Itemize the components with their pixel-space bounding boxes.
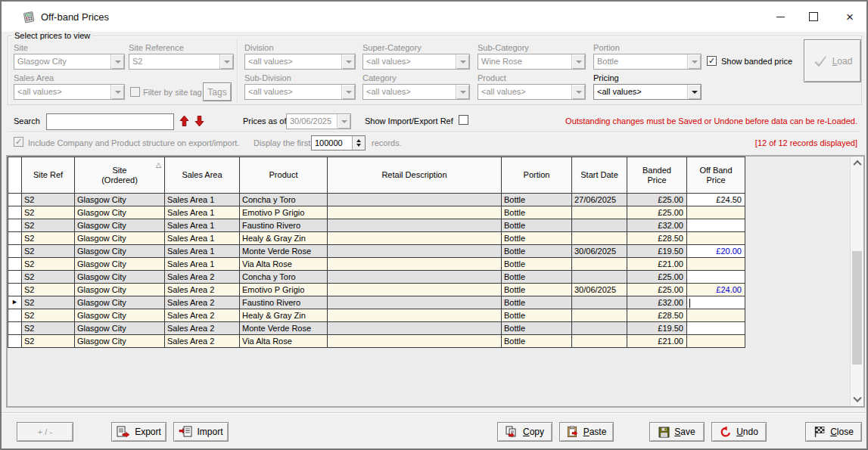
table-row[interactable]: S2Glasgow CitySales Area 2Monte Verde Ro… bbox=[8, 322, 745, 335]
cell-site[interactable]: Glasgow City bbox=[75, 271, 165, 284]
cell-start_date[interactable]: 27/06/2025 bbox=[572, 194, 627, 206]
cell-gutter[interactable] bbox=[8, 245, 22, 258]
cell-banded_price[interactable]: £25.00 bbox=[627, 206, 687, 219]
cell-off_band_price[interactable]: £24.00 bbox=[687, 284, 745, 296]
save-button[interactable]: Save bbox=[649, 422, 705, 442]
minimize-button[interactable] bbox=[767, 5, 793, 28]
cell-sales_area[interactable]: Sales Area 1 bbox=[165, 245, 240, 258]
cell-gutter[interactable] bbox=[8, 335, 22, 348]
cell-site_ref[interactable]: S2 bbox=[22, 284, 75, 296]
show-banded-price-checkbox[interactable] bbox=[707, 56, 717, 66]
cell-product[interactable]: Concha y Toro bbox=[240, 194, 328, 206]
cell-portion[interactable]: Bottle bbox=[502, 219, 572, 232]
cell-start_date[interactable] bbox=[572, 206, 627, 219]
cell-banded_price[interactable]: £19.50 bbox=[627, 245, 687, 258]
table-row[interactable]: S2Glasgow CitySales Area 2Via Alta RoseB… bbox=[8, 335, 745, 348]
cell-site[interactable]: Glasgow City bbox=[75, 245, 165, 258]
cell-banded_price[interactable]: £28.50 bbox=[627, 232, 687, 245]
sales-area-select[interactable]: <all values> bbox=[14, 84, 125, 100]
cell-start_date[interactable] bbox=[572, 309, 627, 322]
cell-portion[interactable]: Bottle bbox=[502, 322, 572, 335]
cell-start_date[interactable] bbox=[572, 271, 627, 284]
cell-off_band_price[interactable] bbox=[687, 309, 745, 322]
cell-off_band_price[interactable] bbox=[687, 296, 745, 309]
cell-gutter[interactable] bbox=[8, 309, 22, 322]
site-reference-select[interactable]: S2 bbox=[129, 54, 234, 70]
column-header-portion[interactable]: Portion bbox=[502, 157, 572, 194]
vertical-scrollbar[interactable] bbox=[850, 157, 863, 406]
add-remove-button[interactable]: + / - bbox=[17, 422, 73, 442]
cell-portion[interactable]: Bottle bbox=[502, 232, 572, 245]
column-header-site_ref[interactable]: Site Ref bbox=[22, 157, 75, 194]
cell-site[interactable]: Glasgow City bbox=[75, 232, 165, 245]
cell-product[interactable]: Monte Verde Rose bbox=[240, 322, 328, 335]
portion-select[interactable]: Bottle bbox=[593, 54, 702, 70]
cell-start_date[interactable] bbox=[572, 335, 627, 348]
cell-sales_area[interactable]: Sales Area 1 bbox=[165, 219, 240, 232]
cell-banded_price[interactable]: £32.00 bbox=[627, 296, 687, 309]
column-header-banded_price[interactable]: Banded Price bbox=[627, 157, 687, 194]
cell-banded_price[interactable]: £28.50 bbox=[627, 309, 687, 322]
scrollbar-thumb[interactable] bbox=[852, 251, 862, 365]
cell-off_band_price[interactable] bbox=[687, 258, 745, 271]
cell-site_ref[interactable]: S2 bbox=[22, 232, 75, 245]
cell-site[interactable]: Glasgow City bbox=[75, 258, 165, 271]
cell-banded_price[interactable]: £25.00 bbox=[627, 271, 687, 284]
cell-off_band_price[interactable] bbox=[687, 271, 745, 284]
cell-product[interactable]: Monte Verde Rose bbox=[240, 245, 328, 258]
cell-product[interactable]: Concha y Toro bbox=[240, 271, 328, 284]
cell-retail_description[interactable] bbox=[328, 258, 502, 271]
category-select[interactable]: <all values> bbox=[362, 84, 470, 100]
table-row[interactable]: S2Glasgow CitySales Area 1Via Alta RoseB… bbox=[8, 258, 745, 271]
paste-button[interactable]: Paste bbox=[559, 422, 614, 442]
cell-portion[interactable]: Bottle bbox=[502, 206, 572, 219]
cell-portion[interactable]: Bottle bbox=[502, 271, 572, 284]
spinner-up-down-buttons[interactable] bbox=[352, 136, 365, 150]
cell-gutter[interactable] bbox=[8, 322, 22, 335]
cell-portion[interactable]: Bottle bbox=[502, 335, 572, 348]
cell-retail_description[interactable] bbox=[328, 296, 502, 309]
product-select[interactable]: <all values> bbox=[478, 84, 586, 100]
cell-gutter[interactable] bbox=[8, 194, 22, 206]
cell-off_band_price[interactable] bbox=[687, 219, 745, 232]
maximize-button[interactable] bbox=[801, 5, 826, 28]
cell-gutter[interactable] bbox=[8, 284, 22, 296]
cell-retail_description[interactable] bbox=[328, 271, 502, 284]
search-input[interactable] bbox=[46, 113, 174, 130]
cell-off_band_price[interactable] bbox=[687, 322, 745, 335]
column-header-retail_description[interactable]: Retail Description bbox=[328, 157, 502, 194]
cell-start_date[interactable] bbox=[572, 296, 627, 309]
cell-retail_description[interactable] bbox=[328, 219, 502, 232]
cell-banded_price[interactable]: £25.00 bbox=[627, 284, 687, 296]
cell-product[interactable]: Via Alta Rose bbox=[240, 258, 328, 271]
cell-sales_area[interactable]: Sales Area 1 bbox=[165, 194, 240, 206]
cell-sales_area[interactable]: Sales Area 2 bbox=[165, 322, 240, 335]
table-row[interactable]: S2Glasgow CitySales Area 1Healy & Gray Z… bbox=[8, 232, 745, 245]
table-row[interactable]: ►S2Glasgow CitySales Area 2Faustino Rive… bbox=[8, 296, 745, 309]
column-header-site[interactable]: Site (Ordered)△ bbox=[75, 157, 165, 194]
table-row[interactable]: S2Glasgow CitySales Area 1Monte Verde Ro… bbox=[8, 245, 745, 258]
cell-site[interactable]: Glasgow City bbox=[75, 194, 165, 206]
cell-site[interactable]: Glasgow City bbox=[75, 322, 165, 335]
table-row[interactable]: S2Glasgow CitySales Area 1Faustino River… bbox=[8, 219, 745, 232]
include-structure-checkbox[interactable] bbox=[14, 137, 23, 147]
cell-banded_price[interactable]: £32.00 bbox=[627, 219, 687, 232]
cell-sales_area[interactable]: Sales Area 2 bbox=[165, 309, 240, 322]
cell-site_ref[interactable]: S2 bbox=[22, 194, 75, 206]
cell-retail_description[interactable] bbox=[328, 335, 502, 348]
cell-start_date[interactable] bbox=[572, 322, 627, 335]
table-row[interactable]: S2Glasgow CitySales Area 1Concha y ToroB… bbox=[8, 194, 745, 206]
column-header-product[interactable]: Product bbox=[240, 157, 328, 194]
cell-site[interactable]: Glasgow City bbox=[75, 219, 165, 232]
prices-as-of-select[interactable]: 30/06/2025 bbox=[286, 113, 351, 129]
cell-gutter[interactable] bbox=[8, 232, 22, 245]
export-button[interactable]: Export bbox=[111, 422, 166, 442]
cell-off_band_price[interactable] bbox=[687, 206, 745, 219]
site-select[interactable]: Glasgow City bbox=[14, 54, 125, 70]
column-header-off_band_price[interactable]: Off Band Price bbox=[687, 157, 745, 194]
scroll-up-button[interactable] bbox=[851, 157, 863, 169]
cell-portion[interactable]: Bottle bbox=[502, 296, 572, 309]
cell-site[interactable]: Glasgow City bbox=[75, 296, 165, 309]
cell-product[interactable]: Faustino Rivero bbox=[240, 219, 328, 232]
display-first-spinner[interactable]: 100000 bbox=[311, 135, 366, 151]
